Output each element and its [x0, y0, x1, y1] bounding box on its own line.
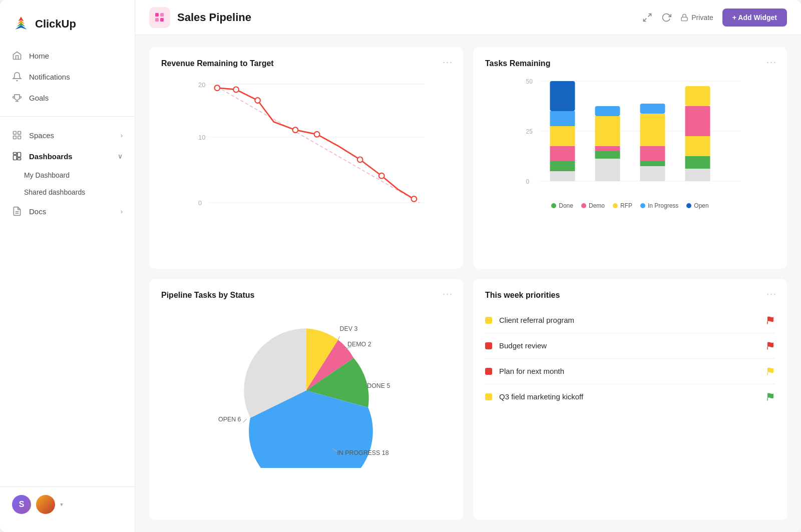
nav-spaces-label: Spaces	[29, 131, 54, 140]
sidebar: ClickUp Home Notifications Goals	[0, 0, 135, 532]
svg-rect-11	[18, 158, 21, 160]
expand-button[interactable]	[642, 13, 652, 23]
dashboard-icon	[12, 151, 22, 161]
spaces-icon	[12, 130, 22, 140]
user-menu-arrow[interactable]: ▾	[60, 501, 63, 508]
lock-icon	[680, 14, 688, 22]
privacy-badge[interactable]: Private	[680, 14, 713, 22]
svg-rect-48	[595, 146, 620, 151]
svg-marker-3	[15, 25, 27, 30]
svg-rect-41	[550, 111, 575, 126]
priority-dot-1	[485, 342, 492, 349]
avatar-initial: S	[12, 495, 31, 514]
expand-icon	[642, 13, 652, 23]
svg-line-62	[338, 336, 340, 339]
nav-home-label: Home	[29, 52, 49, 60]
priorities-widget: This week priorities ··· Client referral…	[473, 279, 787, 520]
priority-label-1: Budget review	[499, 341, 759, 350]
svg-point-33	[412, 196, 417, 202]
main-content: Sales Pipeline Private + Add W	[135, 0, 801, 532]
clickup-logo-icon	[12, 15, 30, 33]
priority-flag-1	[766, 341, 775, 350]
svg-rect-59	[685, 156, 710, 169]
privacy-label: Private	[691, 14, 713, 22]
bar-chart-svg: 50 25 0	[485, 76, 775, 196]
docs-arrow: ›	[121, 208, 123, 215]
bar-chart: 50 25 0	[485, 76, 775, 216]
page-title: Sales Pipeline	[177, 11, 635, 24]
logo: ClickUp	[0, 10, 135, 45]
nav-dashboards-label: Dashboards	[29, 152, 73, 161]
svg-text:0: 0	[198, 199, 202, 207]
svg-rect-55	[640, 166, 665, 181]
priority-item-0[interactable]: Client referral program	[485, 308, 775, 333]
svg-text:50: 50	[526, 78, 533, 85]
nav-docs-label: Docs	[29, 207, 46, 216]
nav-shared-dashboards[interactable]: Shared dashboards	[0, 184, 135, 201]
nav-notifications[interactable]: Notifications	[0, 66, 135, 87]
svg-line-25	[217, 87, 420, 203]
svg-rect-4	[14, 132, 17, 135]
svg-rect-14	[155, 13, 159, 17]
refresh-button[interactable]	[661, 13, 671, 23]
priority-flag-3	[766, 392, 775, 401]
svg-rect-8	[14, 153, 17, 155]
priority-item-2[interactable]: Plan for next month	[485, 359, 775, 384]
nav-goals[interactable]: Goals	[0, 87, 135, 108]
priority-dot-3	[485, 393, 492, 400]
revenue-chart-svg: 20 10 0	[161, 76, 451, 216]
pipeline-widget-menu[interactable]: ···	[443, 289, 453, 299]
svg-rect-17	[160, 18, 164, 22]
topbar-actions: Private + Add Widget	[642, 9, 787, 27]
add-widget-button[interactable]: + Add Widget	[722, 9, 787, 27]
svg-text:DONE 5: DONE 5	[367, 382, 390, 389]
nav-docs[interactable]: Docs ›	[0, 201, 135, 222]
priority-label-2: Plan for next month	[499, 367, 759, 375]
svg-line-70	[243, 418, 247, 422]
pipeline-tasks-widget: Pipeline Tasks by Status ···	[149, 279, 463, 520]
svg-rect-45	[550, 171, 575, 181]
topbar-page-icon	[149, 7, 170, 28]
svg-rect-43	[550, 146, 575, 161]
avatar-photo	[36, 495, 55, 514]
svg-rect-6	[14, 136, 17, 139]
priority-item-3[interactable]: Q3 field marketing kickoff	[485, 384, 775, 409]
tasks-widget-menu[interactable]: ···	[766, 57, 777, 68]
svg-rect-56	[685, 86, 710, 106]
revenue-widget: Revenue Remaining to Target ··· 20 10 0	[149, 47, 463, 269]
trophy-icon	[12, 93, 22, 103]
priorities-widget-menu[interactable]: ···	[766, 289, 777, 299]
svg-rect-54	[640, 161, 665, 166]
bar-chart-legend: Done Demo RFP In Progress	[485, 202, 775, 209]
refresh-icon	[661, 13, 671, 23]
priority-item-1[interactable]: Budget review	[485, 333, 775, 359]
revenue-widget-menu[interactable]: ···	[443, 57, 453, 68]
svg-rect-53	[640, 146, 665, 161]
bell-icon	[12, 72, 22, 82]
nav-dashboards[interactable]: Dashboards ∨	[0, 146, 135, 167]
svg-rect-42	[550, 126, 575, 146]
svg-text:0: 0	[526, 178, 530, 185]
app-name: ClickUp	[35, 18, 76, 31]
topbar: Sales Pipeline Private + Add W	[135, 0, 801, 35]
revenue-widget-title: Revenue Remaining to Target	[161, 59, 451, 68]
priorities-widget-title: This week priorities	[485, 291, 775, 300]
svg-text:20: 20	[198, 81, 205, 89]
svg-rect-9	[18, 153, 21, 157]
tasks-remaining-widget: Tasks Remaining ··· 50 25 0	[473, 47, 787, 269]
svg-rect-44	[550, 161, 575, 171]
revenue-chart: 20 10 0	[161, 76, 451, 216]
legend-inprogress: In Progress	[640, 202, 678, 209]
docs-icon	[12, 206, 22, 216]
priority-label-0: Client referral program	[499, 316, 759, 324]
legend-demo: Demo	[581, 202, 605, 209]
nav-spaces[interactable]: Spaces ›	[0, 125, 135, 146]
svg-rect-16	[155, 18, 159, 22]
nav-my-dashboard[interactable]: My Dashboard	[0, 167, 135, 184]
svg-rect-49	[595, 151, 620, 159]
nav-home[interactable]: Home	[0, 45, 135, 66]
main-nav: Home Notifications Goals	[0, 45, 135, 108]
priority-dot-2	[485, 368, 492, 375]
priority-flag-0	[766, 316, 775, 325]
svg-text:DEV 3: DEV 3	[340, 325, 358, 332]
